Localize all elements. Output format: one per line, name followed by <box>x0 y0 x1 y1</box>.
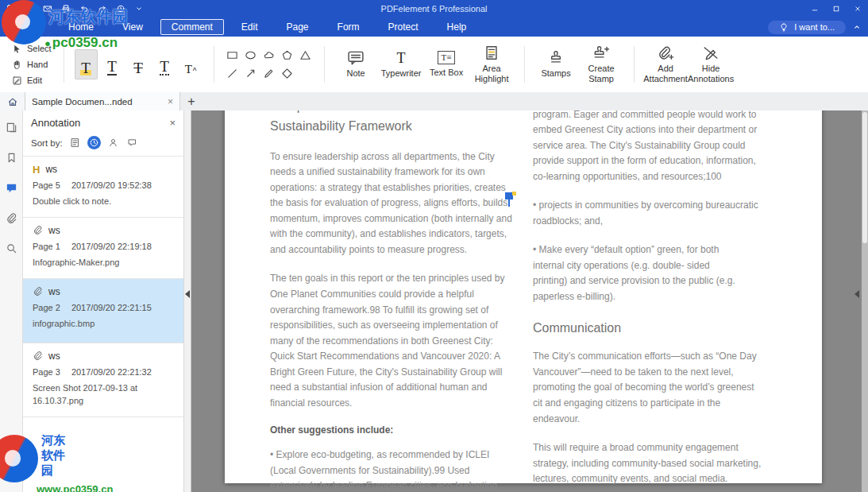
vertical-scrollbar[interactable] <box>862 110 868 492</box>
sort-by-page-icon[interactable] <box>68 136 82 149</box>
document-area[interactable]: Comprehensive Environmental Sustainabili… <box>191 110 868 492</box>
tab-protect[interactable]: Protect <box>377 19 430 35</box>
i-want-to-search[interactable]: I want to... <box>768 21 846 34</box>
diamond-icon <box>281 68 293 79</box>
oval-icon <box>245 49 257 61</box>
panel-splitter[interactable] <box>183 110 191 492</box>
new-tab-button[interactable]: + <box>180 92 203 110</box>
tab-page[interactable]: Page <box>276 19 320 35</box>
tab-home[interactable]: Home <box>57 19 105 35</box>
annotation-item[interactable]: ws Page 1 2017/09/20 22:19:18 Infographi… <box>23 218 183 279</box>
paperclip-icon <box>33 225 43 235</box>
insert-caret-tool[interactable]: T^ <box>179 49 203 79</box>
maximize-button[interactable] <box>825 0 847 17</box>
note-icon <box>347 50 365 65</box>
add-attachment-button[interactable]: Add Attachment <box>643 44 689 85</box>
email-icon[interactable] <box>43 4 52 14</box>
annotation-page: Page 3 <box>33 367 60 377</box>
select-tool[interactable]: Select <box>10 42 54 56</box>
annotation-time: 2017/09/20 19:52:38 <box>71 180 152 190</box>
arrow-tool[interactable] <box>241 64 260 83</box>
window-controls <box>804 0 868 17</box>
print-icon[interactable] <box>61 4 71 14</box>
sort-by-time-icon[interactable] <box>87 136 101 149</box>
annotation-time: 2017/09/20 22:19:18 <box>71 242 152 251</box>
cloud-tool[interactable] <box>260 46 278 64</box>
arrow-icon <box>245 68 257 79</box>
pdfelement-window: PDFelement 6 Professional Home View Comm… <box>0 0 868 492</box>
search-panel-button[interactable] <box>6 242 17 258</box>
chevron-down-icon[interactable] <box>134 4 144 14</box>
attachment-icon <box>6 212 17 224</box>
stamps-group: Stamps Create Stamp <box>524 37 634 92</box>
text-markup-group: T T T T T^ <box>64 37 214 92</box>
hand-tool[interactable]: Hand <box>10 58 54 72</box>
note-button[interactable]: Note <box>334 48 379 80</box>
stamp-icon <box>547 50 565 65</box>
sort-by-type-icon[interactable] <box>125 136 139 149</box>
collapse-ribbon-button[interactable] <box>852 21 862 35</box>
save-icon[interactable] <box>25 4 34 14</box>
bookmark-panel-button[interactable] <box>6 152 17 167</box>
rectangle-tool[interactable] <box>223 46 241 64</box>
undo-icon[interactable] <box>79 4 89 14</box>
stamps-button[interactable]: Stamps <box>534 48 579 80</box>
minimize-button[interactable] <box>804 0 825 17</box>
pencil-tool[interactable] <box>260 64 278 83</box>
pencil-icon <box>263 68 275 79</box>
collapse-panel-arrow-icon[interactable] <box>185 290 190 298</box>
tab-form[interactable]: Form <box>326 19 371 35</box>
edit-label: Edit <box>27 76 42 85</box>
text-box-button[interactable]: T≡ Text Box <box>424 49 469 79</box>
page-right-column: Initiate a departmental Greenest City am… <box>533 110 765 492</box>
collapse-right-arrow-icon[interactable] <box>854 290 859 298</box>
document-tab[interactable]: Sample Documen...nded × <box>25 92 180 110</box>
home-button[interactable] <box>0 92 25 110</box>
edit-tool[interactable]: Edit <box>10 74 54 87</box>
attachment-panel-button[interactable] <box>6 212 17 227</box>
hand-label: Hand <box>27 60 48 69</box>
polygon-icon <box>281 49 293 61</box>
highlight-tool[interactable]: T <box>75 49 98 79</box>
doc-paragraph: Initiate a departmental Greenest City am… <box>533 110 765 184</box>
diamond-tool[interactable] <box>278 64 296 83</box>
polygon-tool[interactable] <box>278 46 296 64</box>
sort-by-author-icon[interactable] <box>106 136 120 149</box>
paperclip-plus-icon <box>657 45 674 60</box>
scrollbar-thumb[interactable] <box>862 112 867 243</box>
create-stamp-button[interactable]: Create Stamp <box>579 44 624 85</box>
attachment-pin-annotation[interactable] <box>504 192 516 207</box>
line-icon <box>226 68 238 79</box>
tab-close-icon[interactable]: × <box>168 97 173 107</box>
redo-icon[interactable] <box>98 4 107 14</box>
tab-help[interactable]: Help <box>436 19 478 35</box>
close-button[interactable] <box>847 0 868 17</box>
doc-heading: Communication <box>533 319 765 339</box>
underline-tool[interactable]: T <box>101 49 124 79</box>
hide-annotations-button[interactable]: Hide Annotations <box>689 44 734 85</box>
panel-close-icon[interactable]: × <box>169 118 176 128</box>
thumbnail-panel-button[interactable] <box>6 122 17 137</box>
strikethrough-tool[interactable]: T <box>127 49 150 79</box>
tab-edit[interactable]: Edit <box>230 19 269 35</box>
tab-comment[interactable]: Comment <box>160 19 224 35</box>
annotation-item[interactable]: H ws Page 5 2017/09/20 19:52:38 Double c… <box>23 157 183 218</box>
select-label: Select <box>27 44 52 53</box>
annotation-item[interactable]: ws Page 3 2017/09/20 22:21:32 Screen Sho… <box>23 343 183 417</box>
navigation-icon-strip <box>0 110 23 492</box>
home-icon <box>7 96 18 107</box>
annotation-panel-title: Annotation <box>31 117 80 129</box>
comment-panel-button[interactable] <box>6 182 17 197</box>
attachment-group: Add Attachment Hide Annotations <box>634 37 743 92</box>
doc-bullet: • Explore eco-budgeting, as recommended … <box>270 447 512 492</box>
tab-view[interactable]: View <box>111 19 154 35</box>
triangle-tool[interactable] <box>296 46 314 64</box>
oval-tool[interactable] <box>241 46 260 64</box>
area-highlight-button[interactable]: Area Highlight <box>469 44 515 85</box>
line-tool[interactable] <box>223 64 241 83</box>
history-icon[interactable] <box>116 4 125 14</box>
squiggly-underline-tool[interactable]: T <box>153 49 176 79</box>
typewriter-button[interactable]: T Typewriter <box>379 49 424 80</box>
annotation-page: Page 2 <box>33 303 60 312</box>
annotation-item-selected[interactable]: ws Page 2 2017/09/20 22:21:15 infographi… <box>23 279 183 343</box>
